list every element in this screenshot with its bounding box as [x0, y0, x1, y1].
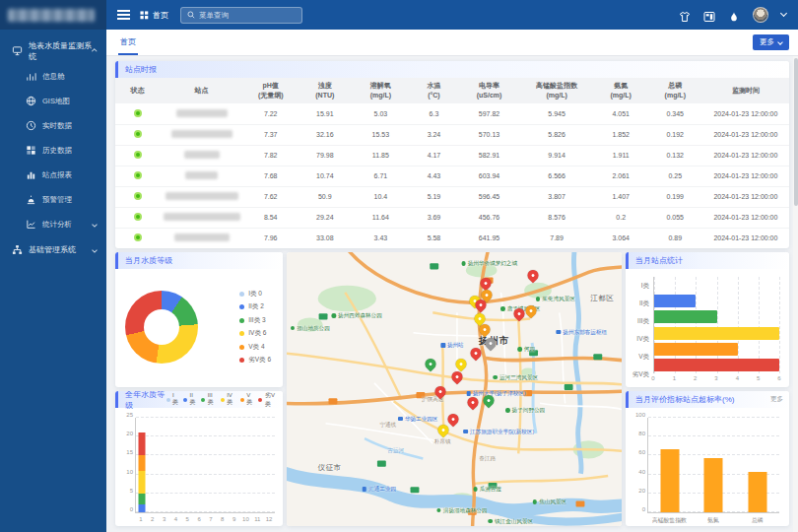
y-axis-tick: 40 — [631, 469, 645, 475]
stack-segment — [138, 494, 145, 505]
hbar-rows — [654, 277, 779, 373]
hbar-track — [654, 327, 779, 340]
menu-search-input[interactable] — [199, 11, 296, 20]
monitor-time: 2024-01-23 12:00:00 — [702, 145, 789, 166]
sidebar-item-0-4[interactable]: 站点报表 — [0, 163, 106, 187]
sidebar-item-label: 统计分析 — [42, 220, 72, 230]
monitor-time: 2024-01-23 12:00:00 — [702, 124, 789, 145]
map-marker-green[interactable] — [483, 395, 494, 406]
map-marker-red[interactable] — [451, 371, 462, 382]
map-canvas[interactable]: 扬州市仪征市江都区扬州华侨城梦幻之城茱萸湾风景区唐子城风景区扬州西郊森林公园捺山… — [287, 252, 622, 526]
year-bar-column — [217, 418, 229, 512]
hbar — [654, 295, 696, 307]
status-online-dot — [134, 171, 142, 179]
map-marker-yellow[interactable] — [438, 425, 449, 435]
metric-value: 597.82 — [458, 103, 519, 124]
breadcrumb-home[interactable]: 首页 — [140, 10, 168, 21]
column-header: 溶解氧(mg/L) — [352, 78, 409, 103]
year-bar-column — [136, 418, 148, 512]
column-header: 总磷(mg/L) — [648, 78, 702, 103]
map-marker-red[interactable] — [514, 308, 525, 319]
tab-home[interactable]: 首页 — [118, 30, 138, 55]
more-button[interactable]: 更多 — [753, 34, 789, 50]
legend-dot — [239, 345, 244, 350]
legend-item[interactable]: I类 0 — [239, 290, 271, 299]
metric-value: 33.08 — [298, 228, 352, 248]
legend-item[interactable]: V类 4 — [239, 343, 271, 352]
map-marker-red[interactable] — [528, 270, 539, 281]
fullscreen-layout-icon[interactable] — [703, 9, 715, 21]
menu-search[interactable] — [180, 7, 302, 24]
panel-title-station-report: 站点时报 — [115, 61, 789, 78]
legend-label: III类 — [208, 392, 216, 407]
metric-value: 29.24 — [298, 207, 352, 228]
x-axis-tick: 10 — [242, 516, 249, 522]
metric-value: 6.3 — [409, 103, 458, 124]
legend-item[interactable]: II类 — [183, 391, 196, 409]
metric-value: 570.13 — [458, 124, 519, 145]
legend-item[interactable]: III类 — [201, 391, 215, 409]
exceed-more-link[interactable]: 更多 — [770, 395, 783, 404]
x-axis-tick: 5 — [757, 375, 760, 381]
legend-item[interactable]: 劣V类 6 — [239, 356, 271, 365]
map-marker-red[interactable] — [448, 414, 459, 425]
station-stats-ylabels: I类II类III类IV类V类劣V类 — [630, 277, 653, 384]
legend-item[interactable]: IV类 — [221, 391, 235, 409]
page-scrollbar[interactable] — [793, 56, 798, 532]
metric-value: 8.54 — [243, 207, 298, 228]
sidebar-item-0-0[interactable]: 信息舱 — [0, 64, 106, 89]
sidebar-group-1[interactable]: 基础管理系统 — [0, 236, 106, 263]
map-marker-red[interactable] — [470, 348, 481, 359]
sitemap-icon — [12, 244, 23, 255]
sidebar-item-0-6[interactable]: 统计分析 — [0, 212, 106, 236]
sidebar: 地表水质量监测系统信息舱GIS地图实时数据历史数据站点报表预警管理统计分析基础管… — [0, 0, 106, 532]
table-row: 7.9633.083.435.58641.957.893.0640.892024… — [115, 228, 789, 248]
legend-label: I类 — [172, 392, 178, 407]
metric-value: 4.051 — [594, 103, 648, 124]
map-marker-gray[interactable] — [485, 338, 496, 349]
map-marker-red[interactable] — [467, 397, 478, 408]
sidebar-item-0-3[interactable]: 历史数据 — [0, 138, 106, 163]
map-marker-orange[interactable] — [526, 305, 537, 316]
sidebar-item-0-5[interactable]: 预警管理 — [0, 187, 106, 212]
map-marker-green[interactable] — [426, 359, 436, 369]
panel-title-text: 当月站点统计 — [635, 255, 683, 266]
map-marker-yellow[interactable] — [474, 313, 485, 324]
theme-skin-icon[interactable] — [679, 9, 691, 21]
user-avatar[interactable] — [753, 7, 768, 23]
scrollbar-thumb[interactable] — [794, 58, 798, 206]
legend-item[interactable]: III类 3 — [239, 316, 271, 325]
map-marker-red[interactable] — [480, 278, 491, 289]
map-base-layer — [287, 252, 622, 526]
legend-item[interactable]: V类 — [240, 391, 254, 409]
sidebar-item-0-1[interactable]: GIS地图 — [0, 89, 106, 113]
map-marker-orange[interactable] — [479, 324, 490, 335]
x-axis-tick: 7 — [209, 516, 212, 522]
sidebar-item-label: 实时数据 — [42, 121, 72, 131]
metric-value: 50.9 — [298, 186, 352, 207]
chevron-down-icon[interactable] — [780, 10, 787, 17]
metric-value: 1.911 — [594, 145, 648, 166]
station-name-redacted — [185, 171, 218, 179]
flame-icon[interactable] — [728, 9, 740, 21]
legend-label: V类 — [246, 392, 253, 407]
year-bar-column — [148, 418, 160, 512]
map-marker-yellow[interactable] — [455, 359, 466, 369]
legend-dot — [183, 398, 187, 402]
sidebar-item-0-2[interactable]: 实时数据 — [0, 113, 106, 138]
map-marker-red[interactable] — [435, 386, 446, 397]
metric-value: 0.345 — [648, 103, 702, 124]
legend-item[interactable]: 劣V类 — [258, 391, 277, 409]
metric-value: 9.914 — [520, 145, 594, 166]
metric-value: 7.22 — [243, 103, 298, 124]
legend-item[interactable]: I类 — [166, 391, 179, 409]
legend-item[interactable]: IV类 6 — [239, 329, 271, 338]
sidebar-group-0[interactable]: 地表水质量监测系统 — [0, 37, 106, 64]
map-marker-red[interactable] — [475, 299, 486, 310]
x-axis-tick: 6 — [197, 516, 200, 522]
legend-item[interactable]: II类 2 — [239, 302, 271, 311]
x-axis-tick: 5 — [186, 516, 189, 522]
x-axis-tick: 4 — [736, 375, 739, 381]
menu-toggle-icon[interactable] — [117, 8, 130, 22]
bar-chart-icon — [26, 169, 36, 180]
